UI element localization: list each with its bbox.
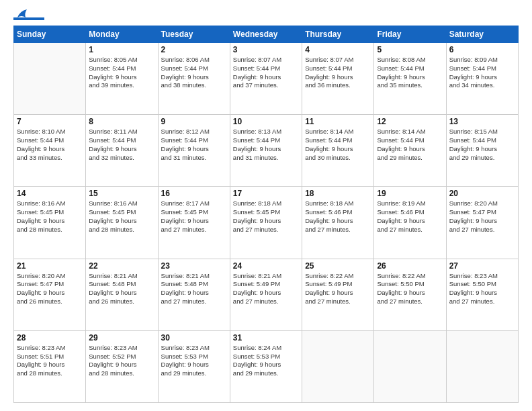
day-info: Sunrise: 8:07 AM Sunset: 5:44 PM Dayligh… [305,56,371,90]
day-number: 5 [377,45,443,54]
day-info: Sunrise: 8:24 AM Sunset: 5:53 PM Dayligh… [233,344,299,378]
day-info: Sunrise: 8:23 AM Sunset: 5:51 PM Dayligh… [17,344,83,378]
day-number: 12 [377,117,443,126]
weekday-header-sunday: Sunday [14,26,86,43]
day-number: 18 [305,189,371,198]
calendar-cell: 14Sunrise: 8:16 AM Sunset: 5:45 PM Dayli… [14,187,86,259]
day-info: Sunrise: 8:13 AM Sunset: 5:44 PM Dayligh… [233,128,299,162]
weekday-header-wednesday: Wednesday [230,26,302,43]
day-number: 3 [233,45,299,54]
day-number: 24 [233,261,299,271]
calendar-cell [302,330,374,402]
day-info: Sunrise: 8:09 AM Sunset: 5:44 PM Dayligh… [449,56,515,90]
logo-underline [13,17,44,20]
calendar-cell: 28Sunrise: 8:23 AM Sunset: 5:51 PM Dayli… [14,330,86,402]
day-number: 25 [305,261,371,271]
day-number: 26 [377,261,443,271]
calendar-cell: 17Sunrise: 8:18 AM Sunset: 5:45 PM Dayli… [230,187,302,259]
day-info: Sunrise: 8:22 AM Sunset: 5:50 PM Dayligh… [377,272,443,306]
calendar-cell: 25Sunrise: 8:22 AM Sunset: 5:49 PM Dayli… [302,259,374,330]
day-info: Sunrise: 8:16 AM Sunset: 5:45 PM Dayligh… [89,199,154,234]
calendar-cell: 19Sunrise: 8:19 AM Sunset: 5:46 PM Dayli… [374,187,446,259]
calendar-cell: 29Sunrise: 8:23 AM Sunset: 5:52 PM Dayli… [86,330,158,402]
calendar-cell [14,43,86,115]
day-number: 7 [17,117,83,126]
day-number: 13 [449,117,515,126]
day-number: 27 [449,261,515,271]
weekday-header-thursday: Thursday [302,26,374,43]
day-number: 11 [305,117,371,126]
calendar-cell: 2Sunrise: 8:06 AM Sunset: 5:44 PM Daylig… [158,43,230,115]
day-info: Sunrise: 8:21 AM Sunset: 5:48 PM Dayligh… [89,272,154,306]
calendar-cell: 22Sunrise: 8:21 AM Sunset: 5:48 PM Dayli… [86,259,158,330]
day-number: 1 [89,45,154,54]
day-number: 16 [161,189,227,198]
calendar-cell: 5Sunrise: 8:08 AM Sunset: 5:44 PM Daylig… [374,43,446,115]
logo [13,11,44,20]
weekday-header-saturday: Saturday [446,26,518,43]
calendar-cell: 18Sunrise: 8:18 AM Sunset: 5:46 PM Dayli… [302,187,374,259]
day-info: Sunrise: 8:19 AM Sunset: 5:46 PM Dayligh… [377,199,443,234]
day-info: Sunrise: 8:06 AM Sunset: 5:44 PM Dayligh… [161,56,227,90]
calendar-cell: 1Sunrise: 8:05 AM Sunset: 5:44 PM Daylig… [86,43,158,115]
day-number: 17 [233,189,299,198]
day-number: 14 [17,189,83,198]
day-number: 6 [449,45,515,54]
calendar-cell: 31Sunrise: 8:24 AM Sunset: 5:53 PM Dayli… [230,330,302,402]
day-number: 28 [17,333,83,342]
day-number: 29 [89,333,154,342]
day-info: Sunrise: 8:14 AM Sunset: 5:44 PM Dayligh… [377,128,443,162]
calendar-cell: 20Sunrise: 8:20 AM Sunset: 5:47 PM Dayli… [446,187,518,259]
day-number: 9 [161,117,227,126]
weekday-header-monday: Monday [86,26,158,43]
calendar-cell: 13Sunrise: 8:15 AM Sunset: 5:44 PM Dayli… [446,115,518,187]
day-info: Sunrise: 8:11 AM Sunset: 5:44 PM Dayligh… [89,128,154,162]
day-number: 19 [377,189,443,198]
day-number: 23 [161,261,227,271]
calendar-cell [374,330,446,402]
page: SundayMondayTuesdayWednesdayThursdayFrid… [0,0,532,411]
week-row-4: 21Sunrise: 8:20 AM Sunset: 5:47 PM Dayli… [14,259,519,330]
day-info: Sunrise: 8:17 AM Sunset: 5:45 PM Dayligh… [161,199,227,234]
week-row-2: 7Sunrise: 8:10 AM Sunset: 5:44 PM Daylig… [14,115,519,187]
day-number: 15 [89,189,154,198]
calendar-cell: 16Sunrise: 8:17 AM Sunset: 5:45 PM Dayli… [158,187,230,259]
calendar-cell: 11Sunrise: 8:14 AM Sunset: 5:44 PM Dayli… [302,115,374,187]
day-info: Sunrise: 8:22 AM Sunset: 5:49 PM Dayligh… [305,272,371,306]
calendar-cell: 9Sunrise: 8:12 AM Sunset: 5:44 PM Daylig… [158,115,230,187]
day-info: Sunrise: 8:18 AM Sunset: 5:46 PM Dayligh… [305,199,371,234]
day-info: Sunrise: 8:14 AM Sunset: 5:44 PM Dayligh… [305,128,371,162]
calendar-cell: 21Sunrise: 8:20 AM Sunset: 5:47 PM Dayli… [14,259,86,330]
calendar-cell: 12Sunrise: 8:14 AM Sunset: 5:44 PM Dayli… [374,115,446,187]
day-number: 2 [161,45,227,54]
day-number: 22 [89,261,154,271]
weekday-header-friday: Friday [374,26,446,43]
calendar-cell: 4Sunrise: 8:07 AM Sunset: 5:44 PM Daylig… [302,43,374,115]
calendar-cell: 7Sunrise: 8:10 AM Sunset: 5:44 PM Daylig… [14,115,86,187]
day-info: Sunrise: 8:15 AM Sunset: 5:44 PM Dayligh… [449,128,515,162]
calendar-cell: 27Sunrise: 8:23 AM Sunset: 5:50 PM Dayli… [446,259,518,330]
day-info: Sunrise: 8:21 AM Sunset: 5:48 PM Dayligh… [161,272,227,306]
calendar-cell: 26Sunrise: 8:22 AM Sunset: 5:50 PM Dayli… [374,259,446,330]
week-row-3: 14Sunrise: 8:16 AM Sunset: 5:45 PM Dayli… [14,187,519,259]
day-info: Sunrise: 8:05 AM Sunset: 5:44 PM Dayligh… [89,56,154,90]
day-info: Sunrise: 8:23 AM Sunset: 5:52 PM Dayligh… [89,344,154,378]
calendar-cell: 23Sunrise: 8:21 AM Sunset: 5:48 PM Dayli… [158,259,230,330]
calendar-cell: 24Sunrise: 8:21 AM Sunset: 5:49 PM Dayli… [230,259,302,330]
day-number: 31 [233,333,299,342]
day-number: 20 [449,189,515,198]
day-info: Sunrise: 8:12 AM Sunset: 5:44 PM Dayligh… [161,128,227,162]
calendar-cell: 30Sunrise: 8:23 AM Sunset: 5:53 PM Dayli… [158,330,230,402]
calendar-cell: 8Sunrise: 8:11 AM Sunset: 5:44 PM Daylig… [86,115,158,187]
day-info: Sunrise: 8:23 AM Sunset: 5:53 PM Dayligh… [161,344,227,378]
calendar-cell: 3Sunrise: 8:07 AM Sunset: 5:44 PM Daylig… [230,43,302,115]
day-info: Sunrise: 8:16 AM Sunset: 5:45 PM Dayligh… [17,199,83,234]
week-row-5: 28Sunrise: 8:23 AM Sunset: 5:51 PM Dayli… [14,330,519,402]
day-info: Sunrise: 8:23 AM Sunset: 5:50 PM Dayligh… [449,272,515,306]
day-number: 10 [233,117,299,126]
day-info: Sunrise: 8:18 AM Sunset: 5:45 PM Dayligh… [233,199,299,234]
weekday-header-tuesday: Tuesday [158,26,230,43]
calendar-cell [446,330,518,402]
day-number: 4 [305,45,371,54]
day-info: Sunrise: 8:07 AM Sunset: 5:44 PM Dayligh… [233,56,299,90]
